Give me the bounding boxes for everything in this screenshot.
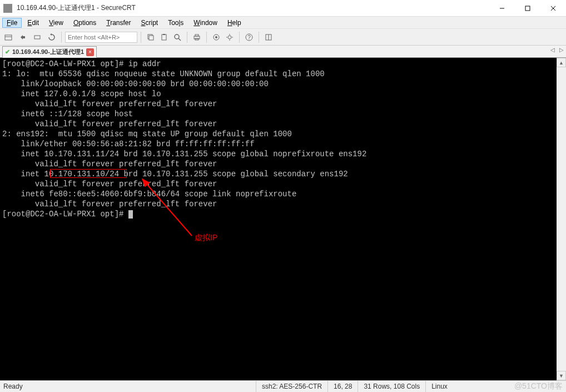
toolbar-separator [206,32,207,43]
annotation-label: 虚拟IP [195,233,217,243]
menubar: File Edit View Options Transfer Script T… [0,17,566,29]
tabbar: ✔ 10.169.44.90-上证通代理1 × ◁ ▷ [0,46,566,58]
app-icon [3,4,12,13]
window-title: 10.169.44.90-上证通代理1 - SecureCRT [17,3,489,13]
paste-icon[interactable] [158,31,170,43]
svg-line-12 [178,38,181,41]
toggle-pane-icon[interactable] [262,31,275,43]
connect-bar-icon[interactable] [31,31,43,43]
find-icon[interactable] [171,31,183,43]
window-titlebar: 10.169.44.90-上证通代理1 - SecureCRT [0,0,566,17]
scroll-down-icon[interactable]: ▼ [557,371,566,380]
svg-point-11 [175,34,179,39]
toolbar-separator [187,32,187,43]
svg-point-18 [228,36,231,39]
window-controls [489,0,566,17]
svg-point-17 [215,36,217,38]
status-ready: Ready [0,383,256,390]
status-termtype: Linux [425,381,453,392]
connected-icon: ✔ [5,48,10,56]
status-size: 31 Rows, 108 Cols [358,381,425,392]
terminal-area[interactable]: [root@DC2-OA-LW-PRX1 opt]# ip addr 1: lo… [0,58,566,380]
svg-rect-6 [34,36,40,39]
reconnect-icon[interactable] [46,31,58,43]
status-protocol: ssh2: AES-256-CTR [256,381,327,392]
tab-prev-icon[interactable]: ◁ [550,47,555,53]
svg-rect-9 [162,34,166,40]
toolbar-separator [239,32,240,43]
svg-rect-8 [149,36,153,40]
toolbar-separator [141,32,141,43]
toolbar-separator [61,32,62,43]
watermark: @51CTO博客 [514,381,563,391]
terminal-output[interactable]: [root@DC2-OA-LW-PRX1 opt]# ip addr 1: lo… [0,58,566,220]
tab-close-icon[interactable]: × [86,48,94,56]
minimize-button[interactable] [489,0,515,17]
svg-text:?: ? [247,34,251,41]
menu-help[interactable]: Help [223,18,246,28]
menu-options[interactable]: Options [69,18,101,28]
print-icon[interactable] [191,31,203,43]
vertical-scrollbar[interactable]: ▲ ▼ [557,58,566,380]
tab-label: 10.169.44.90-上证通代理1 [12,48,84,56]
session-manager-icon[interactable] [2,31,14,43]
settings-icon[interactable] [224,31,236,43]
svg-rect-10 [163,34,165,35]
svg-rect-4 [5,35,12,40]
maximize-button[interactable] [515,0,540,17]
status-cursor: 16, 28 [327,381,358,392]
help-icon[interactable]: ? [243,31,255,43]
quick-connect-icon[interactable] [17,31,29,43]
menu-window[interactable]: Window [189,18,222,28]
svg-rect-14 [195,34,198,36]
properties-icon[interactable] [210,31,222,43]
session-tab[interactable]: ✔ 10.169.44.90-上证通代理1 × [2,46,97,58]
highlight-box [50,169,127,178]
tab-nav: ◁ ▷ [550,47,564,53]
menu-tools[interactable]: Tools [163,18,188,28]
close-button[interactable] [540,0,566,17]
menu-script[interactable]: Script [137,18,163,28]
copy-icon[interactable] [145,31,157,43]
statusbar: Ready ssh2: AES-256-CTR 16, 28 31 Rows, … [0,380,566,392]
menu-view[interactable]: View [44,18,68,28]
svg-rect-1 [525,6,530,11]
menu-file[interactable]: File [2,18,22,28]
menu-edit[interactable]: Edit [23,18,43,28]
tab-next-icon[interactable]: ▷ [559,47,564,53]
host-input[interactable] [65,32,137,43]
toolbar: ? [0,29,566,46]
scroll-track[interactable] [557,67,566,371]
scroll-up-icon[interactable]: ▲ [557,58,566,67]
toolbar-separator [259,32,259,43]
menu-transfer[interactable]: Transfer [102,18,135,28]
